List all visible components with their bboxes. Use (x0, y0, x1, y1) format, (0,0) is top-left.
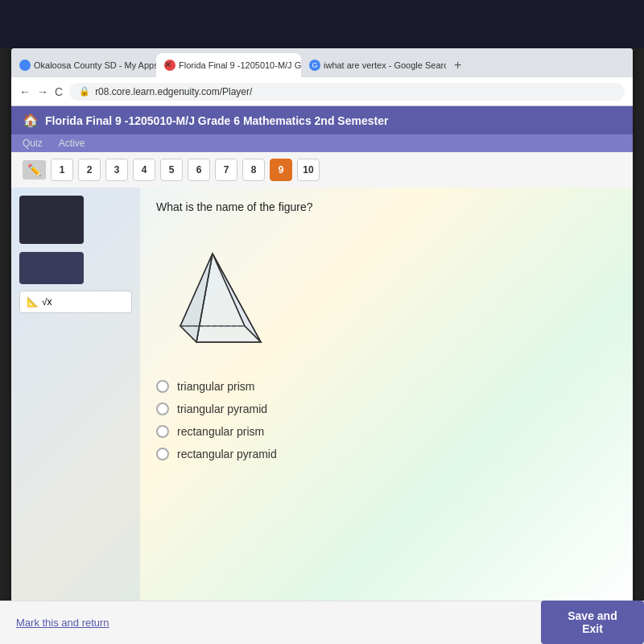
bottom-bar: Mark this and return Save and Exit (11, 601, 633, 606)
browser-window: Okaloosa County SD - My Apps ✕ ✕ Florida… (11, 48, 633, 606)
radio-3[interactable] (156, 425, 169, 438)
answer-label-4: rectangular pyramid (177, 448, 277, 460)
answer-option-2[interactable]: triangular pyramid (156, 402, 617, 415)
q-btn-2[interactable]: 2 (78, 159, 101, 181)
sidebar-panel: 📐 √x (11, 188, 140, 606)
q-btn-4[interactable]: 4 (133, 159, 155, 181)
answer-option-3[interactable]: rectangular prism (156, 425, 617, 438)
tab-3[interactable]: G iwhat are vertex - Google Search ✕ (301, 53, 446, 77)
answer-option-4[interactable]: rectangular pyramid (156, 448, 617, 460)
pencil-icon: ✏️ (23, 160, 46, 180)
formula-button[interactable]: 📐 √x (19, 291, 132, 313)
app-header: 🏠 Florida Final 9 -1205010-M/J Grade 6 M… (11, 106, 633, 134)
q-btn-8[interactable]: 8 (242, 159, 265, 181)
question-text: What is the name of the figure? (156, 200, 617, 213)
back-button[interactable]: ← (19, 85, 31, 98)
home-icon[interactable]: 🏠 (23, 113, 39, 128)
q-btn-6[interactable]: 6 (188, 159, 210, 181)
tab-bar: Okaloosa County SD - My Apps ✕ ✕ Florida… (11, 48, 633, 77)
tab-1[interactable]: Okaloosa County SD - My Apps ✕ (11, 53, 156, 77)
quiz-label: Quiz (23, 138, 43, 149)
formula-icon: 📐 (27, 296, 39, 308)
status-badge: Active (59, 138, 85, 149)
refresh-button[interactable]: C (55, 85, 63, 98)
new-tab-button[interactable]: + (446, 53, 469, 77)
figure-container (156, 229, 269, 361)
q-btn-9[interactable]: 9 (270, 159, 292, 181)
answer-label-1: triangular prism (177, 380, 254, 393)
sidebar-item-box (19, 252, 84, 284)
answer-option-1[interactable]: triangular prism (156, 380, 617, 393)
quiz-subheader: Quiz Active (11, 134, 633, 152)
address-bar: ← → C 🔒 r08.core.learn.edgenuity.com/Pla… (11, 77, 633, 106)
url-text: r08.core.learn.edgenuity.com/Player/ (95, 86, 252, 97)
answer-choices: triangular prism triangular pyramid rect… (156, 380, 617, 460)
tab-1-icon (19, 60, 31, 71)
pyramid-figure (156, 229, 269, 358)
url-bar[interactable]: 🔒 r08.core.learn.edgenuity.com/Player/ (69, 83, 625, 101)
tab-2[interactable]: ✕ Florida Final 9 -1205010-M/J Gr ✕ (156, 53, 301, 77)
q-btn-5[interactable]: 5 (160, 159, 183, 181)
q-btn-3[interactable]: 3 (105, 159, 128, 181)
app-header-title: Florida Final 9 -1205010-M/J Grade 6 Mat… (45, 114, 388, 127)
tab-3-label: iwhat are vertex - Google Search (324, 60, 446, 70)
tab-2-label: Florida Final 9 -1205010-M/J Gr (179, 60, 301, 70)
lock-icon: 🔒 (79, 86, 90, 97)
answer-label-2: triangular pyramid (177, 402, 267, 415)
sidebar-dark-box (19, 196, 84, 244)
q-btn-7[interactable]: 7 (215, 159, 237, 181)
tab-3-icon: G (309, 60, 320, 71)
save-exit-button[interactable]: Save and Exit (541, 601, 633, 606)
forward-button[interactable]: → (37, 85, 48, 98)
tab-2-icon: ✕ (164, 60, 175, 71)
formula-label: √x (42, 296, 52, 308)
q-btn-10[interactable]: 10 (297, 159, 320, 181)
answer-label-3: rectangular prism (177, 425, 264, 438)
radio-4[interactable] (156, 448, 169, 460)
dark-background-top (0, 0, 644, 48)
page-wrapper: Okaloosa County SD - My Apps ✕ ✕ Florida… (0, 0, 644, 644)
question-navigation: ✏️ 1 2 3 4 5 6 7 8 9 10 (11, 152, 633, 188)
tab-1-label: Okaloosa County SD - My Apps (34, 60, 156, 70)
question-area: What is the name of the figure? (140, 188, 633, 606)
q-btn-1[interactable]: 1 (51, 159, 73, 181)
main-content: 📐 √x What is the name of the figure? (11, 188, 633, 606)
radio-1[interactable] (156, 380, 169, 393)
radio-2[interactable] (156, 402, 169, 415)
